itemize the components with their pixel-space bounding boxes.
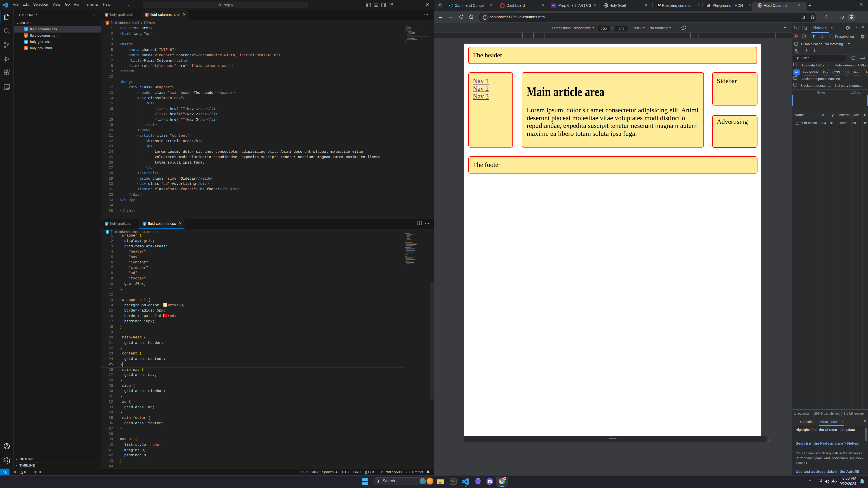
svg-text:5: 5	[25, 47, 27, 50]
svg-text:3: 3	[25, 28, 27, 31]
svg-text:3: 3	[144, 222, 145, 225]
svg-text:5: 5	[107, 22, 108, 24]
svg-text:3: 3	[25, 40, 27, 43]
svg-text:5: 5	[25, 34, 27, 37]
svg-text:5: 5	[146, 13, 147, 16]
svg-text:5: 5	[106, 13, 107, 16]
svg-text:3: 3	[106, 222, 107, 225]
